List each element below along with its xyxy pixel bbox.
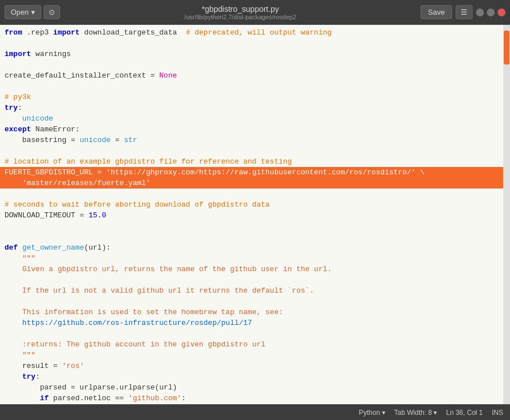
code-line-10: except NameError:	[5, 124, 499, 135]
code-line-22: """	[5, 253, 499, 264]
code-line-6	[5, 81, 499, 92]
code-line-25: If the url is not a valid github url it …	[5, 285, 499, 296]
code-line-1: from .rep3 import download_targets_data …	[5, 27, 499, 38]
code-line-11: basestring = unicode = str	[5, 135, 499, 145]
code-line-34: parsed = urlparse.urlparse(url)	[5, 382, 499, 393]
menu-button[interactable]: ☰	[456, 5, 473, 19]
code-line-33: try:	[5, 371, 499, 382]
tabwidth-status[interactable]: Tab Width: 8 ▾	[394, 409, 437, 417]
code-line-4	[5, 59, 499, 70]
file-title: *gbpdistro_support.py	[60, 5, 421, 14]
tabwidth-label: Tab Width: 8	[394, 409, 432, 417]
code-line-18: DOWNLOAD_TIMEOUT = 15.0	[5, 210, 499, 221]
code-line-5: create_default_installer_context = None	[5, 70, 499, 81]
code-line-26	[5, 296, 499, 307]
code-line-8: try:	[5, 102, 499, 113]
titlebar-left: Open ▾ ⊙	[5, 5, 60, 19]
code-line-14: FUERTE_GBPDISTRO_URL = 'https://ghproxy.…	[0, 167, 503, 178]
code-line-3: import warnings	[5, 49, 499, 59]
open-button[interactable]: Open ▾	[5, 5, 41, 19]
code-line-13: # location of an example gbpdistro file …	[5, 156, 499, 167]
code-line-29	[5, 328, 499, 339]
python-status[interactable]: Python ▾	[359, 409, 385, 417]
file-icon-button[interactable]: ⊙	[44, 5, 60, 19]
code-line-21: def get_owner_name(url):	[5, 242, 499, 253]
scrollbar[interactable]	[503, 25, 510, 404]
file-path: /usr/lib/python2.7/dist-packages/rosdep2	[60, 14, 421, 20]
code-line-16	[5, 188, 499, 199]
code-line-24	[5, 275, 499, 285]
code-line-32: result = 'ros'	[5, 361, 499, 371]
code-line-7: # py3k	[5, 92, 499, 102]
titlebar: Open ▾ ⊙ *gbpdistro_support.py /usr/lib/…	[0, 0, 510, 25]
position-status: Ln 36, Col 1	[446, 409, 483, 417]
window-controls	[476, 8, 505, 16]
statusbar-right: Python ▾ Tab Width: 8 ▾ Ln 36, Col 1 INS	[359, 409, 503, 417]
code-line-35: if parsed.netloc == 'github.com':	[5, 393, 499, 404]
titlebar-center: *gbpdistro_support.py /usr/lib/python2.7…	[60, 5, 421, 20]
python-arrow: ▾	[382, 409, 385, 417]
code-line-15: 'master/releases/fuerte.yaml'	[0, 178, 503, 188]
open-arrow: ▾	[31, 8, 35, 16]
tabwidth-arrow: ▾	[434, 409, 437, 417]
code-line-28: https://github.com/ros-infrastructure/ro…	[5, 318, 499, 328]
code-line-27: This information is used to set the home…	[5, 307, 499, 318]
close-button[interactable]	[498, 8, 505, 16]
code-line-31: """	[5, 350, 499, 361]
code-line-9: unicode	[5, 113, 499, 124]
code-content[interactable]: from .rep3 import download_targets_data …	[0, 25, 503, 404]
code-line-19	[5, 221, 499, 232]
open-label: Open	[11, 8, 29, 16]
code-line-36: result = parsed.path.split('/')[1]	[5, 404, 499, 404]
ins-status: INS	[492, 409, 503, 417]
code-line-12	[5, 145, 499, 156]
code-line-2	[5, 38, 499, 49]
minimize-button[interactable]	[476, 8, 484, 16]
code-line-20	[5, 232, 499, 242]
editor-area: from .rep3 import download_targets_data …	[0, 25, 510, 404]
statusbar: Python ▾ Tab Width: 8 ▾ Ln 36, Col 1 INS	[0, 404, 510, 420]
titlebar-right: Save ☰	[420, 5, 505, 19]
position-label: Ln 36, Col 1	[446, 409, 483, 417]
code-line-23: Given a gbpdistro url, returns the name …	[5, 264, 499, 275]
maximize-button[interactable]	[487, 8, 495, 16]
scrollbar-thumb[interactable]	[504, 31, 509, 65]
python-label: Python	[359, 409, 380, 417]
save-button[interactable]: Save	[420, 5, 452, 19]
ins-label: INS	[492, 409, 503, 417]
code-line-30: :returns: The github account in the give…	[5, 339, 499, 350]
code-line-17: # seconds to wait before aborting downlo…	[5, 199, 499, 210]
